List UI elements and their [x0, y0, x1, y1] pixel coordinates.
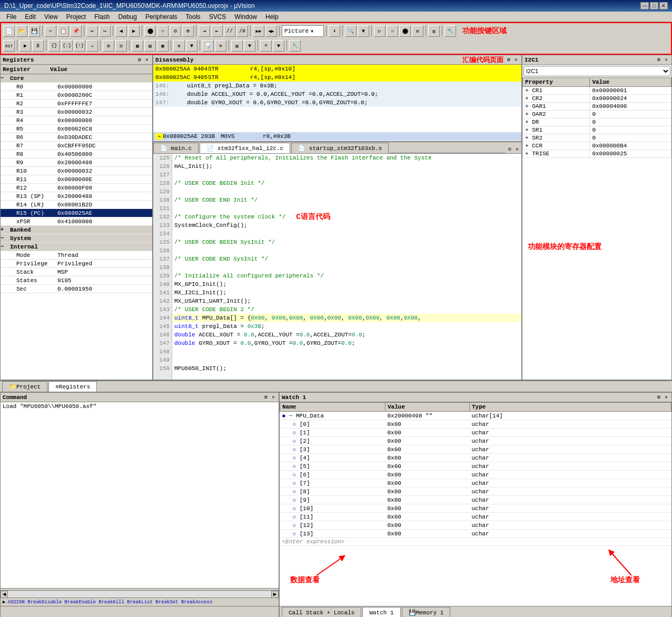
i2c-expand-icon[interactable]: + — [525, 135, 529, 141]
registers-float-btn[interactable]: ⊡ — [136, 57, 143, 63]
tb-redo-btn[interactable]: ↪ — [99, 25, 111, 37]
disassembly-float-btn[interactable]: ⊡ — [506, 57, 512, 63]
title-bar-controls[interactable]: — □ ✕ — [640, 2, 668, 9]
registers-panel-controls[interactable]: ⊡ ✕ — [136, 57, 150, 63]
reg-internal-expand[interactable]: − — [1, 244, 8, 250]
i2c-float-btn[interactable]: ⊡ — [656, 57, 662, 63]
tb-rst-btn[interactable]: RST — [3, 40, 15, 52]
command-float-btn[interactable]: ⊡ — [263, 394, 269, 401]
tb-wp2-btn[interactable]: ▼ — [186, 40, 197, 52]
disassembly-panel-controls[interactable]: ⊡ ✕ — [506, 57, 519, 63]
menu-help[interactable]: Help — [261, 12, 283, 22]
menu-peripherals[interactable]: Peripherals — [141, 12, 182, 22]
tb-uncomment-btn[interactable]: /# — [236, 25, 248, 37]
menu-tools[interactable]: Tools — [182, 12, 205, 22]
tab-call-stack-locals[interactable]: Call Stack + Locals — [282, 607, 361, 617]
menu-project[interactable]: Project — [62, 12, 90, 22]
command-scroll-track[interactable] — [8, 591, 271, 598]
menu-flash[interactable]: Flash — [90, 12, 114, 22]
i2c-expand-icon[interactable]: + — [525, 119, 529, 125]
tb-wrench-btn[interactable]: 🔧 — [444, 25, 456, 37]
tb-stepout-btn[interactable]: {↑} — [74, 40, 85, 52]
i2c-expand-icon[interactable]: + — [525, 87, 529, 94]
tb-bp4-btn[interactable]: ⊕ — [182, 25, 194, 37]
i2c-expand-icon[interactable]: + — [525, 151, 529, 157]
i2c-expand-icon[interactable]: + — [525, 95, 529, 102]
tb-toolx-btn[interactable]: 🔧 — [289, 40, 301, 52]
tab-main-c[interactable]: 📄 main.c — [153, 143, 199, 153]
i2c-close-btn[interactable]: ✕ — [663, 57, 669, 63]
tb-run-btn[interactable]: ▶ — [19, 40, 31, 52]
menu-svcs[interactable]: SVCS — [205, 12, 231, 22]
tab-project[interactable]: 📁 Project — [2, 381, 47, 392]
tb-play-btn[interactable]: ▷ — [374, 25, 386, 37]
tb-mem-btn[interactable]: ▦ — [132, 40, 143, 52]
tb-save-btn[interactable]: 💾 — [28, 25, 40, 37]
tb-copy-btn[interactable]: 📋 — [57, 25, 69, 37]
tab-startup[interactable]: 📄 startup_stm32f103xb.s — [291, 143, 389, 153]
menu-window[interactable]: Window — [230, 12, 261, 22]
i2c-expand-icon[interactable]: + — [525, 127, 529, 133]
tb-ext4-btn[interactable]: ▼ — [273, 40, 284, 52]
tb-zoom-btn[interactable]: 🔍 — [345, 25, 357, 37]
close-button[interactable]: ✕ — [659, 2, 668, 9]
command-panel-controls[interactable]: ⊡ ✕ — [263, 394, 276, 401]
tb-outdent-btn[interactable]: ⇤ — [211, 25, 223, 37]
tb-mem2-btn[interactable]: ▤ — [144, 40, 156, 52]
tb-bp-btn[interactable]: ⬤ — [144, 25, 156, 37]
tb-sym-btn[interactable]: ⊟ — [115, 40, 127, 52]
tab-watch-1[interactable]: Watch 1 — [362, 607, 400, 617]
disassembly-close-btn[interactable]: ✕ — [513, 57, 519, 63]
maximize-button[interactable]: □ — [650, 2, 658, 9]
tb-cut-btn[interactable]: ✂ — [45, 25, 56, 37]
tb-mem3-btn[interactable]: ▣ — [157, 40, 169, 52]
tb-config-btn[interactable]: ▤ — [428, 25, 440, 37]
mpu-expand[interactable]: − — [289, 413, 296, 419]
tb-dis-btn[interactable]: ⊞ — [103, 40, 114, 52]
tab-memory-1[interactable]: 💾 Memory 1 — [402, 607, 451, 617]
i2c-panel-controls[interactable]: ⊡ ✕ — [656, 57, 669, 63]
i2c-expand-icon[interactable]: + — [525, 103, 529, 110]
i2c-expand-icon[interactable]: + — [525, 143, 529, 149]
tb-settings-btn[interactable]: ⚙ — [412, 25, 423, 37]
registers-close-btn[interactable]: ✕ — [144, 57, 150, 63]
tb-paste-btn[interactable]: 📌 — [70, 25, 82, 37]
code-panel-controls[interactable]: ⊡ ✕ — [506, 145, 521, 153]
tb-build-btn[interactable]: ▶▶ — [253, 25, 264, 37]
tb-bp2-btn[interactable]: ○ — [157, 25, 169, 37]
i2c-expand-icon[interactable]: + — [525, 111, 529, 117]
command-close-btn[interactable]: ✕ — [270, 394, 276, 401]
code-close-btn[interactable]: ✕ — [514, 146, 520, 152]
tab-registers[interactable]: ≡ Registers — [48, 381, 97, 392]
tb-ext1-btn[interactable]: ▤ — [231, 40, 243, 52]
menu-debug[interactable]: Debug — [114, 12, 141, 22]
reg-banked-expand[interactable]: + — [1, 227, 8, 233]
watch-panel-controls[interactable]: ⊡ ✕ — [656, 394, 669, 401]
command-scroll-right-btn[interactable]: ▶ — [271, 591, 279, 598]
tb-load-btn[interactable]: ⬇ — [329, 25, 340, 37]
tb-picture-dropdown[interactable]: Picture ▼ — [282, 25, 324, 37]
tb-stop-btn[interactable]: ○ — [387, 25, 398, 37]
tb-ext2-btn[interactable]: ▼ — [244, 40, 255, 52]
tb-open-btn[interactable]: 📂 — [16, 25, 27, 37]
tb-bp3-btn[interactable]: ⊘ — [170, 25, 181, 37]
minimize-button[interactable]: — — [640, 2, 649, 9]
tb-trace-btn[interactable]: ≋ — [215, 40, 226, 52]
tb-rebuild-btn[interactable]: ◀▶ — [265, 25, 277, 37]
tb-stepin-btn[interactable]: {↓} — [61, 40, 73, 52]
menu-file[interactable]: File — [2, 12, 21, 22]
tb-step-btn[interactable]: {} — [48, 40, 60, 52]
watch-close-btn[interactable]: ✕ — [663, 394, 669, 401]
tb-fwd-btn[interactable]: ▶ — [128, 25, 140, 37]
menu-view[interactable]: View — [40, 12, 62, 22]
tb-indent-btn[interactable]: ⇥ — [199, 25, 210, 37]
watch-expression-row[interactable]: <Enter expression> — [280, 538, 671, 546]
tb-perf-btn[interactable]: 📊 — [202, 40, 214, 52]
menu-edit[interactable]: Edit — [21, 12, 40, 22]
i2c-dropdown[interactable]: I2C1 — [523, 66, 670, 76]
tb-wp-btn[interactable]: ⊕ — [173, 40, 185, 52]
tb-ext3-btn[interactable]: ≡ — [260, 40, 272, 52]
tb-new-btn[interactable]: 📄 — [3, 25, 15, 37]
reg-core-expand[interactable]: − — [1, 75, 8, 81]
command-scroll-left-btn[interactable]: ◀ — [1, 591, 8, 598]
